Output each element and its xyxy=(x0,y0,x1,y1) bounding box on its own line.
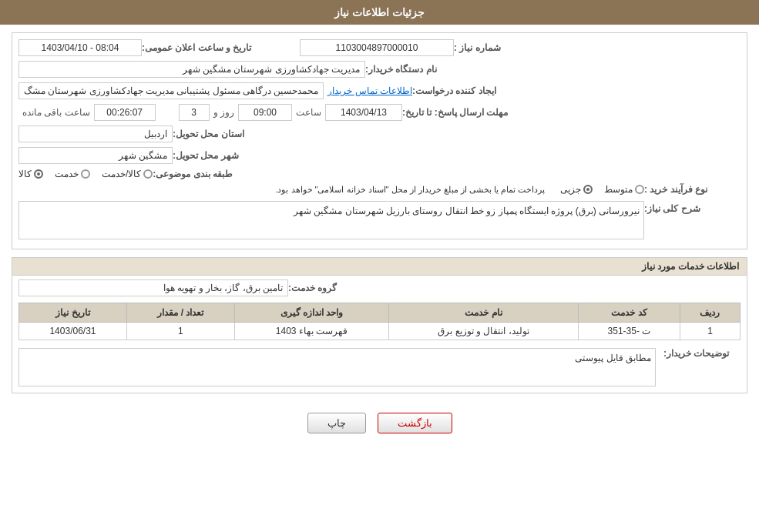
buyer-org-label: نام دستگاه خریدار: xyxy=(365,64,458,75)
time-label: ساعت xyxy=(296,107,321,118)
response-time: 09:00 xyxy=(238,104,292,121)
col-quantity: تعداد / مقدار xyxy=(126,303,234,323)
action-buttons: بازگشت چاپ xyxy=(12,401,747,445)
col-row-num: ردیف xyxy=(680,303,740,323)
service-group-row: گروه خدمت: تامین برق، گاز، بخار و تهویه … xyxy=(18,279,741,296)
radio-kala-khedmat-icon xyxy=(143,169,153,179)
print-button[interactable]: چاپ xyxy=(307,413,366,433)
purchase-jozii-label: جزیی xyxy=(560,184,581,195)
table-cell: 1 xyxy=(680,323,740,340)
creator-label: ایجاد کننده درخواست: xyxy=(412,85,505,96)
page-header: جزئیات اطلاعات نیاز xyxy=(0,0,759,25)
table-cell: تولید، انتقال و توزیع برق xyxy=(389,323,579,340)
back-button[interactable]: بازگشت xyxy=(378,413,452,433)
buyer-org-row: نام دستگاه خریدار: مدیریت جهادکشاورزی شه… xyxy=(18,61,741,78)
purchase-type-label: نوع فرآیند خرید : xyxy=(644,184,737,195)
category-radio-group: کالا/خدمت خدمت کالا xyxy=(18,169,153,179)
radio-motavasset-icon xyxy=(635,185,644,194)
buyer-desc-label: توضیحات خریدار: xyxy=(663,348,741,359)
province-row: استان محل تحویل: اردبیل xyxy=(18,125,741,142)
buyer-desc-row: توضیحات خریدار: مطابق فایل پیوستی xyxy=(18,348,741,386)
category-kala-khedmat-label: کالا/خدمت xyxy=(102,169,141,179)
services-table: ردیف کد خدمت نام خدمت واحد اندازه گیری ت… xyxy=(18,303,741,340)
table-cell: فهرست بهاء 1403 xyxy=(234,323,388,340)
col-service-name: نام خدمت xyxy=(389,303,579,323)
announcement-label: تاریخ و ساعت اعلان عمومی: xyxy=(142,42,273,53)
category-kala-label: کالا xyxy=(18,169,32,179)
service-info-section: اطلاعات خدمات مورد نیاز گروه خدمت: تامین… xyxy=(12,257,747,393)
purchase-note: پرداخت تمام یا بخشی از مبلغ خریدار از مح… xyxy=(275,185,545,195)
need-description-row: شرح کلی نیاز: نیرورسانی (برق) پروژه ایست… xyxy=(18,201,741,239)
category-khedmat[interactable]: خدمت xyxy=(55,169,90,179)
remaining-time-label: ساعت باقی مانده xyxy=(22,107,90,118)
col-unit: واحد اندازه گیری xyxy=(234,303,388,323)
province-value: اردبیل xyxy=(18,125,173,142)
days-label: روز و xyxy=(213,107,234,118)
radio-kala-icon xyxy=(34,169,43,179)
category-kala-khedmat[interactable]: کالا/خدمت xyxy=(102,169,153,179)
response-deadline-row: مهلت ارسال پاسخ: تا تاریخ: 1403/04/13 سا… xyxy=(18,104,741,121)
need-number-label: شماره نیاز : xyxy=(454,42,546,53)
announcement-value: 1403/04/10 - 08:04 xyxy=(18,39,142,56)
purchase-type-row: نوع فرآیند خرید : متوسط جزیی xyxy=(18,184,741,195)
need-description-label: شرح کلی نیاز: xyxy=(644,201,737,214)
service-section-title: اطلاعات خدمات مورد نیاز xyxy=(12,258,747,276)
radio-jozii-icon xyxy=(583,185,593,194)
need-number-row: شماره نیاز : 1103004897000010 تاریخ و سا… xyxy=(18,39,741,56)
purchase-type-radio-group: متوسط جزیی xyxy=(560,184,644,195)
city-label: شهر محل تحویل: xyxy=(173,150,265,161)
buyer-org-value: مدیریت جهادکشاورزی شهرستان مشگین شهر xyxy=(18,61,365,78)
purchase-jozii[interactable]: جزیی xyxy=(560,184,593,195)
province-label: استان محل تحویل: xyxy=(173,129,265,139)
creator-row: ایجاد کننده درخواست: اطلاعات تماس خریدار… xyxy=(18,82,741,99)
need-number-value: 1103004897000010 xyxy=(300,39,454,56)
table-cell: 1 xyxy=(126,323,234,340)
purchase-motavasset-label: متوسط xyxy=(604,184,633,195)
service-group-label: گروه خدمت: xyxy=(288,283,381,293)
response-date: 1403/04/13 xyxy=(325,104,402,121)
col-date: تاریخ نیاز xyxy=(19,303,127,323)
category-row: طبقه بندی موضوعی: کالا/خدمت خدمت کالا xyxy=(18,169,741,179)
category-label: طبقه بندی موضوعی: xyxy=(153,169,245,179)
city-value: مشگین شهر xyxy=(18,147,173,164)
main-info-section: شماره نیاز : 1103004897000010 تاریخ و سا… xyxy=(12,32,747,249)
buyer-desc-value: مطابق فایل پیوستی xyxy=(575,353,651,363)
creator-value: محمدحسین درگاهی مسئول پشتیبانی مدیریت جه… xyxy=(18,82,324,99)
radio-khedmat-icon xyxy=(81,169,90,179)
purchase-motavasset[interactable]: متوسط xyxy=(604,184,644,195)
need-description-value: نیرورسانی (برق) پروژه ایستگاه پمپاز زو خ… xyxy=(294,206,640,216)
table-cell: ت -35-351 xyxy=(578,323,680,340)
city-row: شهر محل تحویل: مشگین شهر xyxy=(18,147,741,164)
remaining-time: 00:26:07 xyxy=(94,104,156,121)
category-kala[interactable]: کالا xyxy=(18,169,43,179)
col-service-code: کد خدمت xyxy=(578,303,680,323)
service-group-value: تامین برق، گاز، بخار و تهویه هوا xyxy=(18,279,288,296)
response-days: 3 xyxy=(179,104,210,121)
category-khedmat-label: خدمت xyxy=(55,169,79,179)
table-row: 1ت -35-351تولید، انتقال و توزیع برقفهرست… xyxy=(19,323,741,340)
response-deadline-label: مهلت ارسال پاسخ: تا تاریخ: xyxy=(402,107,518,118)
table-cell: 1403/06/31 xyxy=(19,323,127,340)
creator-link[interactable]: اطلاعات تماس خریدار xyxy=(327,85,412,96)
